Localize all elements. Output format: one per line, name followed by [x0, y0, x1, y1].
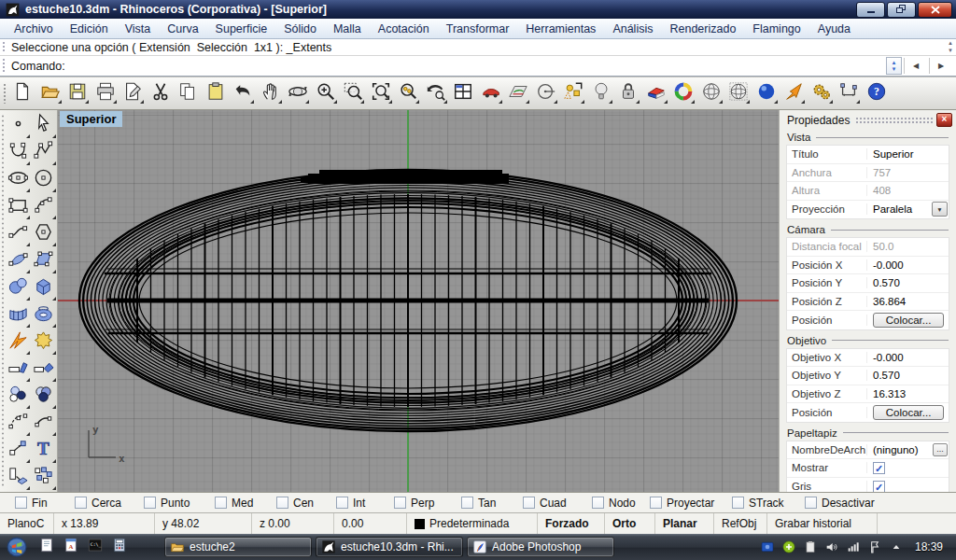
- menu-vista[interactable]: Vista: [117, 19, 160, 38]
- print-button[interactable]: [94, 82, 117, 105]
- property-value[interactable]: 16.313: [867, 385, 949, 403]
- cen-checkbox[interactable]: [276, 497, 288, 509]
- osnap-tan[interactable]: Tan: [461, 497, 523, 510]
- fin-checkbox[interactable]: [15, 497, 27, 509]
- polygon-button[interactable]: [32, 220, 56, 247]
- property-value[interactable]: 36.864: [867, 293, 949, 311]
- zoom-selected-button[interactable]: [397, 82, 419, 105]
- text-button[interactable]: T: [32, 437, 56, 464]
- cuad-checkbox[interactable]: [523, 497, 535, 509]
- menu-edicion[interactable]: Edición: [62, 19, 117, 38]
- osnap-int[interactable]: Int: [336, 497, 394, 510]
- osnap-nodo[interactable]: Nodo: [592, 497, 650, 510]
- paste-button[interactable]: [204, 82, 227, 105]
- task-button-adobe-photoshop[interactable]: Adobe Photoshop: [467, 537, 614, 557]
- strack-checkbox[interactable]: [732, 497, 744, 509]
- property-value[interactable]: -0.000: [867, 257, 949, 274]
- menu-superficie[interactable]: Superficie: [207, 19, 276, 38]
- spheres-button[interactable]: [6, 274, 30, 301]
- property-value[interactable]: Paralela▼: [867, 201, 949, 219]
- status-predeterminada[interactable]: Predeterminada: [407, 513, 538, 534]
- annotate-button[interactable]: [121, 82, 144, 105]
- rectangle-button[interactable]: [6, 193, 30, 220]
- command-prompt-quicklaunch-button[interactable]: C:\_: [84, 536, 106, 558]
- boolean-star-button[interactable]: [32, 329, 56, 356]
- status-refobj[interactable]: RefObj: [714, 513, 767, 534]
- desactivar-checkbox[interactable]: [805, 497, 817, 509]
- osnap-strack[interactable]: STrack: [732, 497, 805, 510]
- undo-button[interactable]: [232, 82, 254, 105]
- array-button[interactable]: [32, 464, 56, 491]
- duplicate-button[interactable]: [6, 464, 30, 491]
- command-input-row[interactable]: Comando: ▲▼ ◀ ▶: [0, 56, 956, 76]
- help-button[interactable]: ?: [865, 82, 888, 105]
- material-wedge-button[interactable]: [645, 82, 668, 105]
- command-spinner[interactable]: ▲▼: [886, 57, 902, 75]
- chamfer-button[interactable]: [32, 356, 56, 383]
- save-button[interactable]: [66, 82, 89, 105]
- gris-checkbox[interactable]: ✓: [873, 481, 885, 492]
- ellipse-button[interactable]: [6, 166, 30, 193]
- start-button[interactable]: [2, 535, 32, 559]
- volume-icon[interactable]: [823, 539, 840, 555]
- lock-button[interactable]: [617, 82, 640, 105]
- cplane-circle-button[interactable]: [535, 82, 557, 105]
- surface-patch-button[interactable]: [6, 247, 30, 274]
- property-value[interactable]: (ninguno)...: [867, 441, 949, 459]
- red-car-button[interactable]: [480, 82, 502, 105]
- osnap-punto[interactable]: Punto: [144, 497, 215, 510]
- perp-checkbox[interactable]: [394, 497, 406, 509]
- menu-solido[interactable]: Sólido: [275, 19, 325, 38]
- pan-button[interactable]: [260, 82, 282, 105]
- cut-button[interactable]: [149, 82, 172, 105]
- cplane-map-button[interactable]: [507, 82, 529, 105]
- move-control-points-button[interactable]: [6, 437, 30, 464]
- new-file-button[interactable]: [11, 82, 34, 105]
- menu-herramientas[interactable]: Herramientas: [517, 19, 604, 38]
- minimize-button[interactable]: [856, 2, 885, 18]
- property-value[interactable]: Superior: [867, 146, 949, 163]
- wordpad-quicklaunch-button[interactable]: A: [60, 536, 82, 558]
- pointer-button[interactable]: [32, 112, 56, 139]
- osnap-cen[interactable]: Cen: [276, 497, 336, 510]
- hidden-icons-arrow-icon[interactable]: [888, 539, 905, 555]
- menu-flamingo[interactable]: Flamingo: [744, 19, 808, 38]
- property-value[interactable]: ✓: [867, 459, 949, 477]
- osnap-med[interactable]: Med: [215, 497, 276, 510]
- punto-checkbox[interactable]: [144, 497, 156, 509]
- menu-archivo[interactable]: Archivo: [6, 19, 62, 38]
- action-center-flag-icon[interactable]: [866, 539, 883, 555]
- command-back-arrow[interactable]: ◀: [904, 58, 927, 74]
- history-scroll-arrows[interactable]: ▲▼: [948, 39, 953, 54]
- color-wheel-button[interactable]: [672, 82, 695, 105]
- status-grabar-historial[interactable]: Grabar historial: [767, 513, 878, 534]
- med-checkbox[interactable]: [215, 497, 227, 509]
- colocar-button[interactable]: Colocar...: [873, 313, 944, 328]
- property-value[interactable]: Colocar...: [867, 311, 949, 329]
- mostrar-checkbox[interactable]: ✓: [873, 462, 885, 474]
- property-value[interactable]: 0.570: [867, 367, 949, 385]
- blue-app-icon[interactable]: [759, 539, 776, 555]
- zoom-window-button[interactable]: [342, 82, 364, 105]
- polyline-button[interactable]: [32, 139, 56, 166]
- restore-button[interactable]: [887, 2, 916, 18]
- task-button-estuche2[interactable]: estuche2: [164, 537, 312, 557]
- colocar-button[interactable]: Colocar...: [873, 405, 944, 420]
- circle-button[interactable]: [32, 166, 56, 193]
- surface-loft-button[interactable]: [6, 301, 30, 329]
- curve-handles-button[interactable]: [32, 410, 56, 437]
- property-value[interactable]: Colocar...: [867, 403, 949, 422]
- analysis-dart-button[interactable]: [782, 82, 805, 105]
- selection-objects-button[interactable]: [562, 82, 584, 105]
- status-forzado[interactable]: Forzado: [538, 513, 605, 534]
- copy-button[interactable]: [176, 82, 199, 105]
- menu-renderizado[interactable]: Renderizado: [661, 19, 744, 38]
- zoom-extents-button[interactable]: [370, 82, 392, 105]
- torus-button[interactable]: [32, 301, 56, 329]
- curve-blend-button[interactable]: [6, 220, 30, 247]
- panel-grip[interactable]: [855, 117, 933, 123]
- arc-button[interactable]: [32, 193, 56, 220]
- zoom-in-button[interactable]: [315, 82, 337, 105]
- dimension-button[interactable]: [837, 82, 860, 105]
- properties-header[interactable]: Propiedades ×: [780, 110, 956, 129]
